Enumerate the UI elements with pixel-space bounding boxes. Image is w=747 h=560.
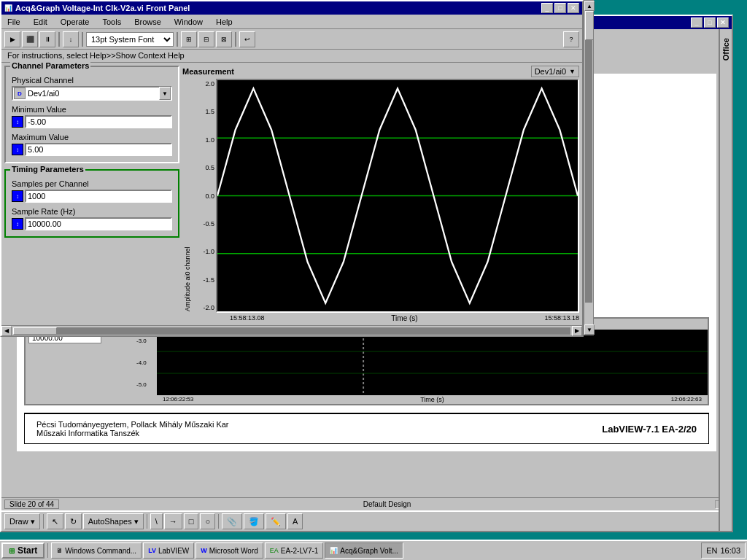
undo-btn[interactable]: ↩: [239, 31, 255, 47]
menu-window[interactable]: Window: [171, 17, 206, 27]
draw-sep2: [147, 514, 147, 529]
secondary-y2: -4.0: [136, 359, 147, 366]
oval-btn[interactable]: ○: [200, 513, 215, 529]
stop-btn[interactable]: ⬛: [22, 31, 38, 47]
rate-icon: ↕: [12, 218, 23, 230]
y-axis-label: Amplitude ai0 channel: [182, 79, 193, 313]
ppt-minimize[interactable]: _: [691, 18, 703, 28]
pause-btn[interactable]: ⏸: [39, 31, 55, 47]
max-value-input[interactable]: [25, 143, 172, 156]
y-tick-2: -1.0: [203, 248, 214, 255]
rate-label: Sample Rate (Hz): [12, 207, 172, 216]
ppt-close[interactable]: ✕: [717, 18, 729, 28]
y-tick-6: 1.0: [205, 136, 214, 144]
scroll-thumb-h[interactable]: [13, 327, 57, 335]
lang-indicator: EN: [706, 546, 717, 555]
line-btn[interactable]: \: [150, 513, 163, 529]
rate-input[interactable]: [25, 217, 172, 230]
line-color-btn[interactable]: ✏️: [266, 513, 286, 529]
taskbar-ea[interactable]: EA EA-2-LV7-1: [265, 542, 324, 559]
slide-info: Slide 20 of 44: [4, 499, 59, 509]
min-value-input[interactable]: [25, 115, 172, 128]
toolbar-sep3: [177, 32, 178, 47]
rect-btn[interactable]: □: [184, 513, 199, 529]
y-tick-0: -2.0: [203, 304, 214, 311]
x-start: 15:58:13.08: [230, 314, 265, 322]
layout-info: Default Design: [62, 500, 712, 508]
menu-help[interactable]: Help: [213, 17, 236, 27]
menu-edit[interactable]: Edit: [31, 17, 50, 27]
min-icon: ↕: [12, 116, 23, 128]
channel-indicator: Dev1/ai0: [535, 67, 566, 76]
samples-input[interactable]: [25, 190, 172, 203]
x-axis-label: Time (s): [391, 314, 417, 322]
secondary-x-end: 12:06:22:63: [671, 396, 702, 403]
draw-sep3: [218, 514, 219, 529]
timing-params-title: Timing Parameters: [10, 165, 85, 174]
footer-left: Pécsi Tudományegyetem, Pollack Mihály Mű…: [36, 420, 229, 438]
taskbar-acq[interactable]: 📊 Acq&Graph Volt...: [325, 542, 403, 559]
align-btn[interactable]: ⊞: [181, 31, 197, 47]
y-tick-8: 2.0: [205, 80, 214, 88]
step-into-btn[interactable]: ↓: [63, 31, 79, 47]
secondary-y1: -3.0: [136, 338, 147, 344]
y-tick-7: 1.5: [205, 108, 214, 115]
taskbar-cmd[interactable]: 🖥 Windows Command...: [51, 542, 142, 559]
close-btn[interactable]: ✕: [568, 3, 579, 13]
channel-dropdown-btn[interactable]: ▼: [159, 87, 171, 100]
draw-menu[interactable]: Draw ▾: [4, 513, 40, 529]
taskbar-sep: [47, 543, 48, 558]
select-btn[interactable]: ↖: [47, 513, 63, 529]
font-color-btn[interactable]: A: [287, 513, 303, 529]
maximize-btn[interactable]: □: [554, 3, 566, 13]
app-title: Acq&Graph Voltage-Int Clk-V2a.vi Front P…: [15, 4, 190, 12]
arrow-btn[interactable]: →: [164, 513, 182, 529]
system-tray: EN 16:03: [701, 542, 746, 559]
autoshapes-btn[interactable]: AutoShapes ▾: [83, 513, 144, 529]
ppt-maximize[interactable]: □: [704, 18, 716, 28]
start-button[interactable]: ⊞ Start: [1, 542, 44, 559]
scroll-down-btn[interactable]: ▼: [584, 324, 595, 335]
samples-label: Samples per Channel: [12, 179, 172, 188]
scroll-thumb-v[interactable]: [585, 11, 594, 40]
menu-tools[interactable]: Tools: [99, 17, 124, 27]
scroll-right-btn[interactable]: ▶: [572, 326, 582, 336]
scroll-left-btn[interactable]: ◀: [1, 326, 12, 336]
y-tick-3: -0.5: [203, 220, 214, 228]
distribute-btn[interactable]: ⊟: [198, 31, 214, 47]
font-select[interactable]: 13pt System Font: [86, 32, 174, 47]
minimize-btn[interactable]: _: [541, 3, 553, 13]
menu-file[interactable]: File: [4, 17, 23, 27]
menu-operate[interactable]: Operate: [58, 17, 93, 27]
clip-btn[interactable]: 📎: [222, 513, 242, 529]
measurement-title: Measurement: [182, 67, 234, 76]
run-btn[interactable]: ▶: [4, 31, 20, 47]
channel-indicator-icon: ▼: [569, 68, 576, 75]
color-fill-btn[interactable]: 🪣: [244, 513, 264, 529]
menu-browse[interactable]: Browse: [131, 17, 164, 27]
taskbar: ⊞ Start 🖥 Windows Command... LV LabVIEW …: [0, 540, 747, 560]
rotate-btn[interactable]: ↻: [65, 513, 82, 529]
channel-value: Dev1/ai0: [26, 89, 159, 98]
taskbar-labview[interactable]: LV LabVIEW: [143, 542, 194, 559]
scroll-up-btn[interactable]: ▲: [584, 1, 595, 11]
y-tick-1: -1.5: [203, 276, 214, 284]
min-value-label: Minimum Value: [12, 105, 172, 114]
max-icon: ↕: [12, 144, 23, 155]
help-btn[interactable]: ?: [563, 31, 579, 47]
x-end: 15:58:13.18: [544, 314, 579, 322]
samples-icon: ↕: [12, 190, 23, 202]
channel-params-title: Channel Parameters: [10, 61, 90, 70]
resize-btn[interactable]: ⊠: [216, 31, 232, 47]
secondary-y3: -5.0: [136, 381, 147, 388]
y-tick-5: 0.5: [205, 164, 214, 171]
draw-sep1: [43, 514, 44, 529]
toolbar: ▶ ⬛ ⏸ ↓ 13pt System Font ⊞ ⊟ ⊠ ↩ ?: [1, 29, 582, 50]
max-value-label: Maximum Value: [12, 133, 172, 141]
taskbar-word[interactable]: W Microsoft Word: [196, 542, 263, 559]
menu-bar: File Edit Operate Tools Browse Window He…: [1, 15, 582, 29]
office-sidebar-label: Office: [721, 38, 730, 61]
clock: 16:03: [720, 546, 740, 555]
footer-right: LabVIEW-7.1 EA-2/20: [602, 424, 697, 435]
toolbar-sep2: [82, 32, 83, 47]
